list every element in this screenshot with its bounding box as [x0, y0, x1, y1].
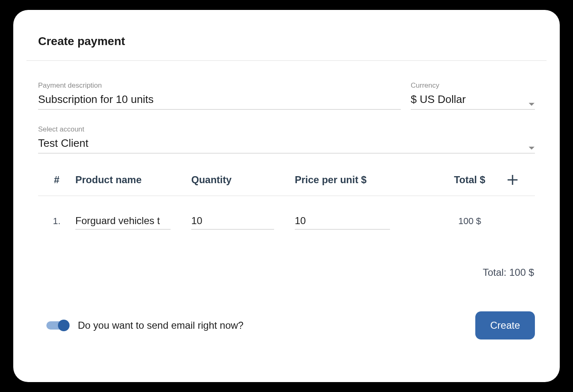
account-label: Select account — [38, 125, 535, 134]
column-header-price: Price per unit $ — [295, 174, 411, 186]
quantity-input[interactable] — [191, 213, 274, 229]
toggle-thumb — [58, 320, 70, 331]
row-number: 1. — [38, 216, 75, 227]
row-total: 100 $ — [411, 216, 485, 227]
form-row-2: Select account Test Client — [38, 125, 535, 153]
header-divider — [26, 60, 547, 61]
payment-description-label: Payment description — [38, 81, 401, 90]
add-row-button[interactable] — [507, 174, 518, 186]
column-header-quantity: Quantity — [191, 174, 295, 186]
currency-select-value: $ US Dollar — [411, 93, 466, 105]
send-email-label: Do you want to send email right now? — [78, 320, 243, 331]
product-name-input[interactable] — [75, 213, 171, 229]
chevron-down-icon — [528, 140, 535, 153]
price-per-unit-input[interactable] — [295, 213, 390, 229]
payment-description-field: Payment description — [38, 81, 401, 110]
table-row: 1. 100 $ — [38, 196, 535, 229]
account-select-value: Test Client — [38, 137, 88, 149]
create-button[interactable]: Create — [475, 311, 535, 339]
email-toggle-group: Do you want to send email right now? — [46, 320, 243, 331]
footer-row: Do you want to send email right now? Cre… — [38, 311, 535, 339]
chevron-down-icon — [528, 96, 535, 109]
account-select[interactable]: Test Client — [38, 135, 535, 153]
account-field: Select account Test Client — [38, 125, 535, 153]
currency-select[interactable]: $ US Dollar — [411, 91, 535, 110]
grand-total: Total: 100 $ — [38, 267, 535, 278]
currency-label: Currency — [411, 81, 535, 90]
form-row-1: Payment description Currency $ US Dollar — [38, 81, 535, 110]
column-header-product: Product name — [75, 174, 191, 186]
column-header-total: Total $ — [411, 174, 485, 186]
plus-icon — [507, 174, 518, 186]
currency-field: Currency $ US Dollar — [411, 81, 535, 110]
table-header-row: # Product name Quantity Price per unit $… — [38, 174, 535, 196]
send-email-toggle[interactable] — [46, 320, 70, 330]
line-items-table: # Product name Quantity Price per unit $… — [38, 174, 535, 229]
payment-description-input[interactable] — [38, 91, 401, 110]
page-title: Create payment — [38, 35, 535, 48]
create-payment-dialog: Create payment Payment description Curre… — [13, 10, 560, 382]
column-header-number: # — [38, 174, 75, 186]
